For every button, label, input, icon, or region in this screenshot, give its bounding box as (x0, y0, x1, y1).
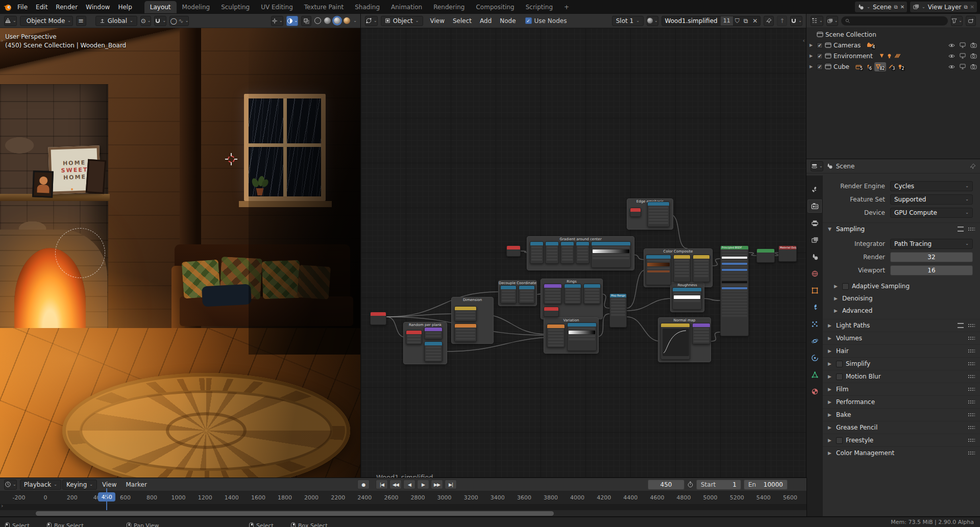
properties-tab-tool[interactable] (807, 183, 822, 196)
shader-node[interactable] (756, 248, 775, 263)
checkbox[interactable] (842, 283, 849, 290)
shader-node-map-range[interactable]: Map Range (609, 293, 627, 328)
shader-node[interactable] (454, 306, 477, 321)
drag-dots-icon[interactable] (968, 227, 975, 231)
proportional-edit-group[interactable]: ◯ ∿ ⌄ (169, 16, 189, 26)
properties-tab-modifiers[interactable] (807, 300, 822, 314)
properties-tab-material[interactable] (807, 385, 822, 398)
empty-object-circle[interactable] (55, 228, 105, 278)
viewport-3d[interactable]: ⌄ Object Mode ⌄ ≡ Global ⌄ ⊙ ⌄ ⌄ ◯ ∿ ⌄ (0, 14, 361, 478)
filter-button[interactable]: ⌄ (951, 16, 963, 26)
viewport-hamburger-menu[interactable]: ≡ (76, 16, 86, 26)
properties-tab-output[interactable] (807, 216, 822, 230)
use-nodes-checkbox[interactable]: ✓ (525, 17, 532, 24)
shader-node[interactable] (406, 330, 422, 344)
next-keyframe-button[interactable]: ▶▶ (431, 480, 443, 489)
shader-editor[interactable]: ⌄ Object ⌄ ViewSelectAddNode ✓ Use Nodes… (361, 14, 806, 478)
drag-dots-icon[interactable] (968, 349, 975, 353)
pivot-point-button[interactable]: ⊙ ⌄ (140, 16, 152, 26)
outliner-row-environment[interactable]: ▶✓Environment (806, 51, 980, 61)
subsection-advanced[interactable]: ▶Advanced (823, 305, 980, 317)
workspace-tab-rendering[interactable]: Rendering (428, 1, 470, 14)
workspace-tab-layout[interactable]: Layout (144, 1, 177, 14)
collection-checkbox[interactable]: ✓ (817, 42, 823, 48)
properties-tab-render[interactable] (807, 199, 822, 213)
drag-dots-icon[interactable] (968, 374, 975, 379)
subsection-denoising[interactable]: ▶Denoising (823, 292, 980, 305)
section-simplify[interactable]: ▶Simplify (823, 357, 980, 370)
outliner-search[interactable] (841, 16, 948, 26)
fake-user-shield-icon[interactable]: ⛉ (733, 17, 742, 24)
search-input[interactable] (853, 18, 944, 24)
workspace-tab-compositing[interactable]: Compositing (470, 1, 520, 14)
number-field-render[interactable]: 32 (890, 252, 973, 262)
shader-node[interactable] (560, 241, 574, 264)
jump-to-start-button[interactable]: |◀ (376, 480, 388, 489)
add-workspace-button[interactable]: + (558, 1, 575, 14)
number-field-viewport[interactable]: 16 (890, 265, 973, 275)
workspace-tab-shading[interactable]: Shading (349, 1, 385, 14)
shader-node[interactable] (545, 241, 559, 264)
properties-editor[interactable]: ⌄ Scene Render EngineCycles⌄Feature SetS… (806, 159, 980, 517)
xray-toggle[interactable] (301, 16, 311, 26)
drag-dots-icon[interactable] (968, 400, 975, 404)
editor-type-button[interactable]: ⌄ (811, 16, 823, 26)
shader-menu-node[interactable]: Node (496, 16, 520, 26)
shader-node[interactable] (672, 287, 702, 310)
section-performance[interactable]: ▶Performance (823, 395, 980, 408)
section-color-management[interactable]: ▶Color Management (823, 446, 980, 459)
properties-tab-data[interactable] (807, 368, 822, 381)
shader-node-material-output[interactable]: Material Output (778, 245, 797, 262)
shader-node[interactable] (647, 202, 670, 227)
shader-menu-view[interactable]: View (426, 16, 449, 26)
outliner-row-scene-collection[interactable]: Scene Collection (806, 29, 980, 40)
outliner-row-cameras[interactable]: ▶✓Cameras4 (806, 40, 980, 51)
shader-node[interactable] (544, 284, 562, 304)
hide-eye-icon[interactable] (948, 54, 955, 59)
shader-menu-select[interactable]: Select (449, 16, 476, 26)
properties-tab-view-layer[interactable] (807, 233, 822, 246)
shading-material-button[interactable] (334, 17, 340, 24)
shader-node[interactable] (564, 284, 581, 304)
material-slot-dropdown[interactable]: Slot 1 ⌄ (612, 16, 644, 26)
material-users-count[interactable]: 11 (721, 16, 733, 26)
drag-dots-icon[interactable] (968, 451, 975, 455)
shader-node[interactable] (530, 241, 544, 264)
shader-node[interactable] (576, 241, 590, 264)
dropdown-render-engine[interactable]: Cycles⌄ (890, 181, 973, 191)
pin-icon[interactable] (970, 163, 976, 169)
dropdown-device[interactable]: GPU Compute⌄ (890, 208, 973, 218)
shader-node[interactable] (500, 285, 517, 304)
shader-node-principled-bsdf[interactable]: Principled BSDF (720, 245, 749, 336)
shading-solid-button[interactable] (324, 17, 331, 24)
mode-dropdown[interactable]: Object Mode ⌄ (20, 16, 73, 26)
view-layer-name[interactable]: View Layer (928, 4, 962, 11)
drag-dots-icon[interactable] (968, 413, 975, 417)
section-light-paths[interactable]: ▶Light Paths (823, 319, 980, 332)
checkbox[interactable] (836, 373, 843, 380)
properties-tab-object[interactable] (807, 284, 822, 297)
properties-tab-particles[interactable] (807, 317, 822, 331)
timeline-menu-view[interactable]: View (98, 480, 120, 490)
expand-arrow-icon[interactable]: ▶ (810, 54, 815, 58)
pin-button[interactable] (764, 16, 774, 26)
display-mode-button[interactable]: ⌄ (826, 16, 839, 26)
shading-wireframe-button[interactable] (314, 17, 321, 24)
timeline-menu-marker[interactable]: Marker (121, 480, 151, 490)
region-expand-chevron[interactable]: ‹ (803, 37, 805, 44)
menu-help[interactable]: Help (114, 2, 136, 12)
section-sampling[interactable]: ▼Sampling (823, 222, 980, 235)
drag-dots-icon[interactable] (968, 336, 975, 340)
editor-type-button[interactable]: ⌄ (811, 161, 823, 171)
new-scene-icon[interactable]: ⧉ (894, 4, 897, 10)
editor-type-button[interactable]: ⌄ (4, 16, 17, 26)
workspace-tab-uv-editing[interactable]: UV Editing (255, 1, 299, 14)
unlink-material-icon[interactable]: ✕ (750, 17, 760, 24)
shader-node[interactable] (424, 341, 443, 362)
editor-type-button[interactable]: ⌄ (4, 480, 17, 490)
jump-to-end-button[interactable]: ▶| (445, 480, 457, 489)
rendered-scene[interactable]: HOME SWEET HOME (0, 28, 361, 478)
go-to-parent-button[interactable]: ↑ (777, 16, 787, 26)
play-reverse-button[interactable]: ◀ (403, 480, 415, 489)
render-disable-icon[interactable] (970, 42, 977, 48)
